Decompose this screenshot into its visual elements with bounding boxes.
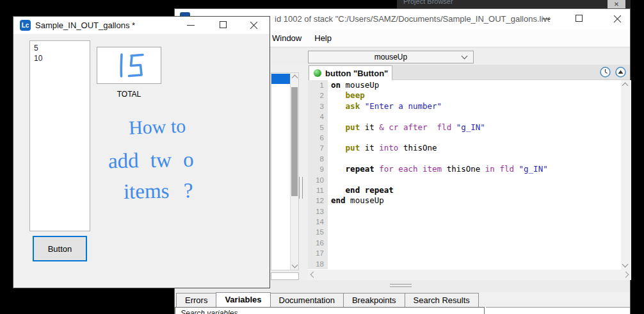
code-line[interactable]: 11 end repeat (308, 185, 621, 195)
handwritten-note-line: add tw o (108, 148, 194, 173)
horizontal-splitter-handle[interactable] (390, 284, 412, 287)
code-line[interactable]: 14 (308, 217, 621, 227)
handler-list[interactable] (271, 72, 299, 270)
total-label: TOTAL (97, 90, 161, 99)
line-number: 12 (308, 195, 328, 206)
minimize-icon (187, 25, 195, 26)
handwritten-note-line: items ? (124, 179, 193, 204)
line-number: 2 (308, 90, 328, 101)
editor-window-title: id 1002 of stack "C:/Users/SAMZ/Document… (275, 14, 550, 24)
stack-maximize-button[interactable] (214, 17, 233, 33)
code-text (328, 217, 331, 227)
code-text (328, 133, 331, 143)
vertical-splitter-handle[interactable] (299, 177, 303, 199)
code-line[interactable]: 5 put it & cr after fld "g_IN" (308, 122, 621, 133)
code-text: end repeat (328, 185, 394, 195)
code-text (328, 206, 331, 217)
line-number: 4 (308, 112, 328, 122)
code-text: put it & cr after fld "g_IN" (328, 122, 485, 133)
list-item[interactable]: 10 (34, 53, 90, 63)
stack-titlebar[interactable]: Lc Sample_IN_OUT_gallons * (13, 17, 270, 34)
line-number: 1 (308, 80, 328, 90)
scroll-down-icon[interactable] (292, 262, 298, 269)
code-line[interactable]: 9 repeat for each item thisOne in fld "g… (308, 164, 621, 174)
scroll-right-icon[interactable] (623, 272, 629, 278)
line-number: 18 (308, 259, 328, 269)
code-text (328, 248, 331, 258)
line-number: 10 (308, 175, 328, 185)
line-number: 13 (308, 206, 328, 217)
line-number: 8 (308, 154, 328, 164)
stack-window: Lc Sample_IN_OUT_gallons * 510 TOTAL How… (13, 16, 270, 288)
menu-item-help[interactable]: Help (314, 33, 332, 43)
total-field[interactable] (97, 47, 161, 84)
code-line[interactable]: 6 (308, 133, 621, 143)
code-line[interactable]: 13 (308, 206, 621, 217)
desktop: Project Browser ✕ id 1002 of stack "C:/U… (0, 0, 644, 314)
chevron-down-icon (462, 53, 468, 60)
code-text (328, 112, 331, 122)
code-line[interactable]: 15 (308, 227, 621, 237)
editor-minimize-button[interactable] (536, 9, 558, 28)
stack-button[interactable]: Button (33, 236, 87, 261)
code-text: repeat for each item thisOne in fld "g_I… (328, 164, 548, 174)
code-horizontal-scrollbar[interactable] (308, 270, 631, 280)
g-in-list-field[interactable]: 510 (29, 40, 90, 231)
scroll-down-icon[interactable] (622, 261, 629, 268)
list-item[interactable]: 5 (34, 43, 90, 53)
bottom-tab-breakpoints[interactable]: Breakpoints (343, 293, 405, 307)
script-tab-strip: button "Button" (308, 65, 630, 80)
code-line[interactable]: 7 put it into thisOne (308, 143, 621, 153)
code-line[interactable]: 18 (308, 259, 621, 269)
bottom-tab-search-results[interactable]: Search Results (405, 293, 479, 307)
stack-close-button[interactable] (245, 17, 264, 33)
maximize-icon (220, 21, 227, 28)
project-browser-close-icon[interactable]: ✕ (608, 0, 625, 8)
stack-minimize-button[interactable] (181, 17, 200, 33)
bottom-tab-errors[interactable]: Errors (176, 293, 216, 307)
variables-options-panel: Show GlobalsShow Environment V (486, 307, 630, 314)
code-line[interactable]: 12end mouseUp (308, 195, 621, 206)
code-text: on mouseUp (328, 80, 379, 90)
editor-maximize-button[interactable] (568, 9, 590, 28)
stack-window-title: Sample_IN_OUT_gallons * (35, 21, 135, 30)
menu-item-window[interactable]: Window (272, 33, 302, 43)
line-number: 5 (308, 122, 328, 133)
code-text (328, 238, 331, 248)
code-line[interactable]: 4 (308, 112, 621, 122)
handwritten-note-line: How to (128, 115, 186, 138)
handler-list-scrollbar[interactable] (290, 73, 298, 270)
code-line[interactable]: 1on mouseUp (308, 80, 621, 90)
line-number: 11 (308, 185, 328, 195)
code-vertical-scrollbar[interactable] (621, 80, 631, 270)
scroll-up-icon[interactable] (292, 75, 298, 81)
bottom-tab-bar: ErrorsVariablesDocumentationBreakpointsS… (175, 292, 630, 307)
collapse-panel-icon[interactable] (615, 67, 626, 78)
line-number: 16 (308, 238, 328, 248)
scroll-up-icon[interactable] (622, 83, 629, 89)
scroll-left-icon[interactable] (310, 272, 317, 278)
code-line[interactable]: 10 (308, 175, 621, 185)
editor-close-button[interactable] (607, 9, 629, 28)
maximize-icon (576, 15, 583, 22)
handler-list-panel (270, 65, 308, 280)
scrollbar-thumb[interactable] (291, 87, 298, 196)
history-clock-icon[interactable] (600, 67, 611, 78)
handler-dropdown[interactable]: mouseUp (308, 51, 474, 63)
code-editor[interactable]: 1on mouseUp2 beep3 ask "Enter a number"4… (308, 80, 621, 270)
code-line[interactable]: 16 (308, 238, 621, 248)
bottom-tab-documentation[interactable]: Documentation (270, 293, 344, 307)
bottom-tab-variables[interactable]: Variables (216, 292, 270, 307)
code-text (328, 259, 331, 269)
line-number: 7 (308, 143, 328, 153)
script-tab-button[interactable]: button "Button" (309, 65, 392, 80)
code-line[interactable]: 17 (308, 248, 621, 258)
search-variables-input[interactable]: Search variables (175, 307, 485, 314)
project-browser-titlebar[interactable]: Project Browser ✕ (397, 0, 631, 8)
line-number: 9 (308, 164, 328, 174)
code-line[interactable]: 2 beep (308, 90, 621, 101)
handler-filter-box[interactable] (271, 272, 299, 280)
line-number: 14 (308, 217, 328, 227)
code-line[interactable]: 3 ask "Enter a number" (308, 101, 621, 112)
code-line[interactable]: 8 (308, 154, 621, 164)
